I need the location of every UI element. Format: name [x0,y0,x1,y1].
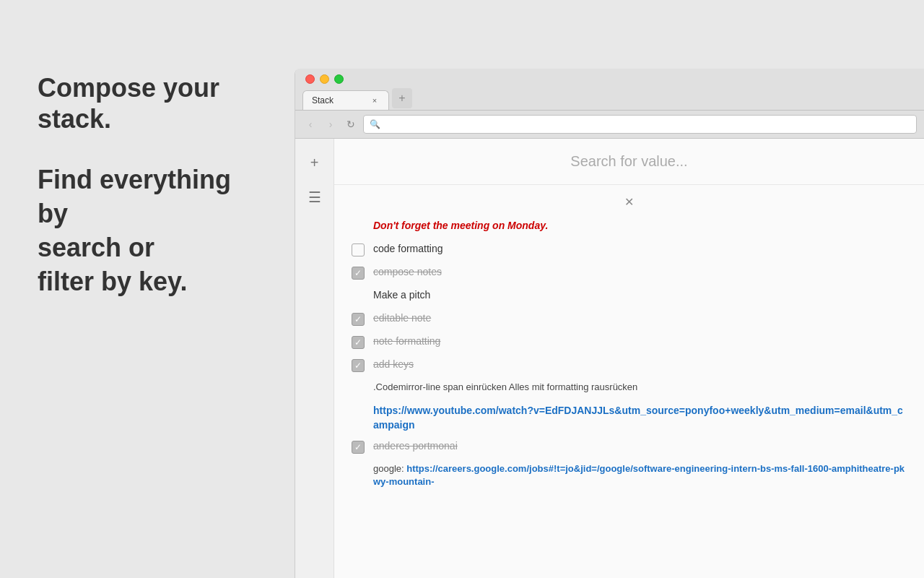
close-button[interactable]: ✕ [622,194,637,210]
list-item: code formatting [349,238,910,262]
item-text-10: anderes portmonai [373,439,458,454]
checkbox-checked[interactable]: ✓ [352,336,365,349]
google-link[interactable]: https://careers.google.com/jobs#!t=jo&ji… [373,463,905,487]
add-item-button[interactable]: + [302,150,327,175]
browser-window: Stack × + ‹ › ↻ 🔍 + ☰ [295,69,924,578]
list-item: ✓ note formatting [349,331,910,354]
tagline-line1: Find everything by [38,163,257,231]
traffic-lights [302,74,917,84]
list-item: https://www.youtube.com/watch?v=EdFDJANJ… [349,400,910,436]
traffic-light-fullscreen[interactable] [334,74,344,84]
traffic-light-minimize[interactable] [320,74,329,84]
close-row: ✕ [349,194,910,210]
item-text-5: editable note [373,311,431,326]
address-search-icon: 🔍 [370,119,380,129]
address-bar-row: ‹ › ↻ 🔍 [295,111,924,139]
item-text-7: add keys [373,358,414,372]
back-icon: ‹ [309,118,313,130]
list-item: Make a pitch [349,285,910,308]
search-bar-area[interactable]: Search for value... [334,139,924,185]
tab-bar: Stack × + [302,88,917,110]
checkbox-checked[interactable]: ✓ [352,441,365,454]
forward-icon: › [329,118,333,130]
address-bar[interactable]: 🔍 [363,115,917,134]
item-text-2: code formatting [373,242,443,256]
checkbox-checked[interactable]: ✓ [352,313,365,326]
list-item: Don't forget the meeting on Monday. [349,215,910,238]
forward-button[interactable]: › [323,116,339,132]
list-item: ✓ anderes portmonai [349,436,910,459]
main-content: Search for value... ✕ Don't forget the m… [334,139,924,578]
sidebar-icons: + ☰ [295,139,334,578]
back-button[interactable]: ‹ [302,116,318,132]
item-text-11: google: https://careers.google.com/jobs#… [373,462,907,488]
item-text-6: note formatting [373,335,440,349]
new-tab-button[interactable]: + [392,88,412,108]
tab-label: Stack [312,95,334,105]
list-item: ✓ editable note [349,308,910,331]
reload-icon: ↻ [346,118,355,130]
list-item: ✓ add keys [349,354,910,377]
reload-button[interactable]: ↻ [343,116,359,132]
item-text-3: compose notes [373,265,442,280]
checkbox-checked[interactable]: ✓ [352,267,365,280]
left-panel: Compose your stack. Find everything by s… [0,0,295,578]
item-text-4: Make a pitch [373,288,430,303]
filter-icon: ☰ [308,189,321,206]
item-text-9[interactable]: https://www.youtube.com/watch?v=EdFDJANJ… [373,404,907,432]
checkbox-checked[interactable]: ✓ [352,359,365,372]
close-icon: ✕ [624,195,634,209]
list-item: google: https://careers.google.com/jobs#… [349,459,910,492]
tagline-line3: filter by key. [38,265,257,299]
tagline: Find everything by search or filter by k… [38,163,257,298]
browser-chrome: Stack × + [295,69,924,111]
item-text-8: .Codemirror-line span einrücken Alles mi… [373,381,637,394]
main-title: Compose your stack. [38,72,257,134]
items-list: ✕ Don't forget the meeting on Monday. co… [334,185,924,578]
add-icon: + [310,155,319,171]
browser-content: + ☰ Search for value... ✕ [295,139,924,578]
tab-close-button[interactable]: × [370,95,380,105]
tagline-line2: search or [38,231,257,265]
checkbox-unchecked[interactable] [352,243,365,256]
list-item: ✓ compose notes [349,262,910,285]
browser-tab[interactable]: Stack × [302,90,389,110]
traffic-light-close[interactable] [305,74,315,84]
search-placeholder[interactable]: Search for value... [570,153,687,170]
filter-button[interactable]: ☰ [302,185,327,210]
item-text-1: Don't forget the meeting on Monday. [373,219,548,233]
list-item: .Codemirror-line span einrücken Alles mi… [349,377,910,400]
